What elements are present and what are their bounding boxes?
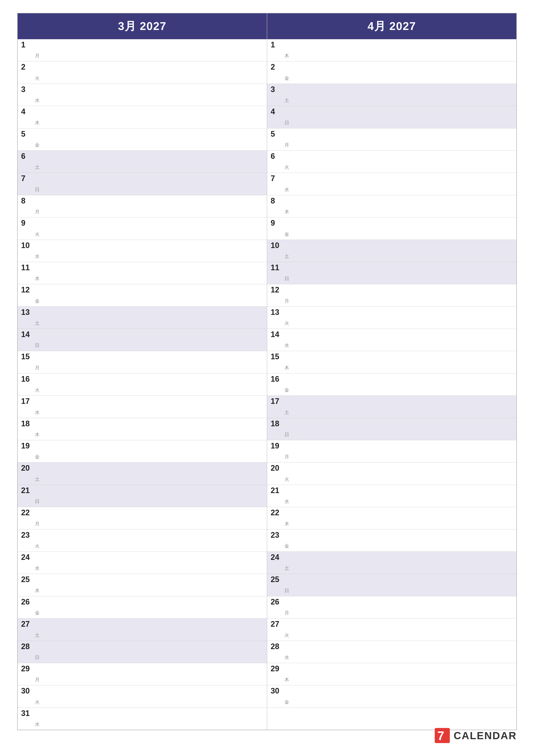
day-number: 10 bbox=[271, 241, 284, 250]
day-name: 水 bbox=[285, 498, 289, 505]
april-day-13: 13 火 bbox=[267, 307, 516, 329]
april-day-21: 21 水 bbox=[267, 485, 516, 507]
day-number: 21 bbox=[21, 486, 34, 495]
march-day-20: 20 土 bbox=[18, 463, 267, 485]
march-day-4: 4 木 bbox=[18, 106, 267, 128]
day-name: 木 bbox=[285, 521, 289, 528]
day-name: 木 bbox=[285, 676, 289, 684]
day-name: 水 bbox=[35, 721, 39, 728]
day-number: 13 bbox=[271, 308, 284, 316]
day-number: 15 bbox=[271, 352, 284, 361]
april-day-23: 23 金 bbox=[267, 529, 516, 552]
april-day-22: 22 木 bbox=[267, 507, 516, 529]
day-number: 7 bbox=[271, 174, 284, 183]
april-column: 1 木 2 金 3 土 4 日 5 月 6 火 7 水 8 木 9 金 10 土 bbox=[267, 39, 516, 730]
day-number: 23 bbox=[21, 531, 34, 539]
day-number: 9 bbox=[21, 219, 34, 228]
day-name: 日 bbox=[285, 431, 289, 439]
april-day-29: 29 木 bbox=[267, 663, 516, 685]
day-name: 月 bbox=[35, 521, 39, 528]
day-number: 29 bbox=[271, 664, 284, 673]
day-number: 24 bbox=[21, 553, 34, 562]
day-number: 19 bbox=[271, 442, 284, 450]
april-day-10: 10 土 bbox=[267, 240, 516, 262]
march-day-6: 6 土 bbox=[18, 150, 267, 173]
day-name: 金 bbox=[285, 231, 289, 238]
day-number: 18 bbox=[271, 419, 284, 428]
march-day-31: 31 水 bbox=[18, 708, 267, 730]
march-day-23: 23 火 bbox=[18, 529, 267, 552]
day-name: 木 bbox=[285, 209, 289, 216]
march-day-11: 11 木 bbox=[18, 262, 267, 284]
day-number: 27 bbox=[21, 620, 34, 629]
day-name: 月 bbox=[285, 298, 289, 305]
day-name: 金 bbox=[35, 610, 39, 617]
day-number: 7 bbox=[21, 174, 34, 183]
day-number: 11 bbox=[271, 263, 284, 272]
day-name: 水 bbox=[35, 97, 39, 104]
day-name: 月 bbox=[35, 676, 39, 684]
day-number: 23 bbox=[271, 531, 284, 539]
day-name: 水 bbox=[35, 565, 39, 572]
day-name: 木 bbox=[35, 431, 39, 439]
april-day-14: 14 水 bbox=[267, 329, 516, 351]
day-name: 月 bbox=[285, 610, 289, 617]
april-day-2: 2 金 bbox=[267, 62, 516, 84]
day-number: 25 bbox=[21, 575, 34, 584]
day-name: 土 bbox=[285, 409, 289, 417]
page: 3月 2027 4月 2027 1 月 2 火 3 水 4 木 5 金 6 土 … bbox=[0, 0, 534, 756]
day-name: 火 bbox=[285, 476, 289, 483]
day-name: 金 bbox=[285, 75, 289, 82]
day-number: 1 bbox=[21, 40, 34, 49]
day-number: 20 bbox=[271, 464, 284, 472]
march-day-9: 9 火 bbox=[18, 217, 267, 240]
day-name: 金 bbox=[35, 142, 39, 149]
day-name: 木 bbox=[285, 364, 289, 372]
march-day-3: 3 水 bbox=[18, 84, 267, 106]
day-name: 火 bbox=[285, 164, 289, 171]
day-number: 14 bbox=[271, 330, 284, 339]
day-name: 木 bbox=[285, 53, 289, 60]
day-number: 30 bbox=[21, 687, 34, 695]
day-number: 3 bbox=[271, 85, 284, 94]
day-name: 火 bbox=[35, 699, 39, 706]
april-day-19: 19 月 bbox=[267, 440, 516, 463]
march-day-15: 15 月 bbox=[18, 351, 267, 373]
day-number: 29 bbox=[21, 664, 34, 673]
day-number: 28 bbox=[271, 642, 284, 651]
day-number: 6 bbox=[271, 152, 284, 161]
header-row: 3月 2027 4月 2027 bbox=[18, 14, 516, 39]
day-number: 3 bbox=[21, 85, 34, 94]
april-day-31 bbox=[267, 708, 516, 730]
day-name: 火 bbox=[285, 632, 289, 639]
day-name: 木 bbox=[35, 275, 39, 283]
march-day-30: 30 火 bbox=[18, 685, 267, 708]
day-number: 11 bbox=[21, 263, 34, 272]
march-day-5: 5 金 bbox=[18, 128, 267, 150]
march-day-7: 7 日 bbox=[18, 173, 267, 195]
april-day-4: 4 日 bbox=[267, 106, 516, 128]
march-day-12: 12 金 bbox=[18, 284, 267, 307]
day-name: 火 bbox=[35, 387, 39, 394]
march-day-28: 28 日 bbox=[18, 641, 267, 663]
day-number: 10 bbox=[21, 241, 34, 250]
march-column: 1 月 2 火 3 水 4 木 5 金 6 土 7 日 8 月 9 火 10 水 bbox=[18, 39, 267, 730]
march-day-17: 17 水 bbox=[18, 396, 267, 418]
april-day-12: 12 月 bbox=[267, 284, 516, 307]
day-number: 27 bbox=[271, 620, 284, 629]
day-number: 13 bbox=[21, 308, 34, 316]
day-name: 水 bbox=[285, 342, 289, 350]
day-number: 6 bbox=[21, 152, 34, 161]
day-number: 21 bbox=[271, 486, 284, 495]
day-name: 水 bbox=[35, 409, 39, 417]
day-name: 土 bbox=[285, 253, 289, 260]
march-day-25: 25 木 bbox=[18, 574, 267, 596]
day-name: 月 bbox=[285, 454, 289, 461]
day-name: 金 bbox=[285, 387, 289, 394]
day-number: 22 bbox=[21, 508, 34, 517]
day-number: 8 bbox=[21, 197, 34, 205]
day-number: 19 bbox=[21, 442, 34, 450]
day-number: 26 bbox=[271, 598, 284, 606]
april-day-7: 7 水 bbox=[267, 173, 516, 195]
april-day-9: 9 金 bbox=[267, 217, 516, 240]
